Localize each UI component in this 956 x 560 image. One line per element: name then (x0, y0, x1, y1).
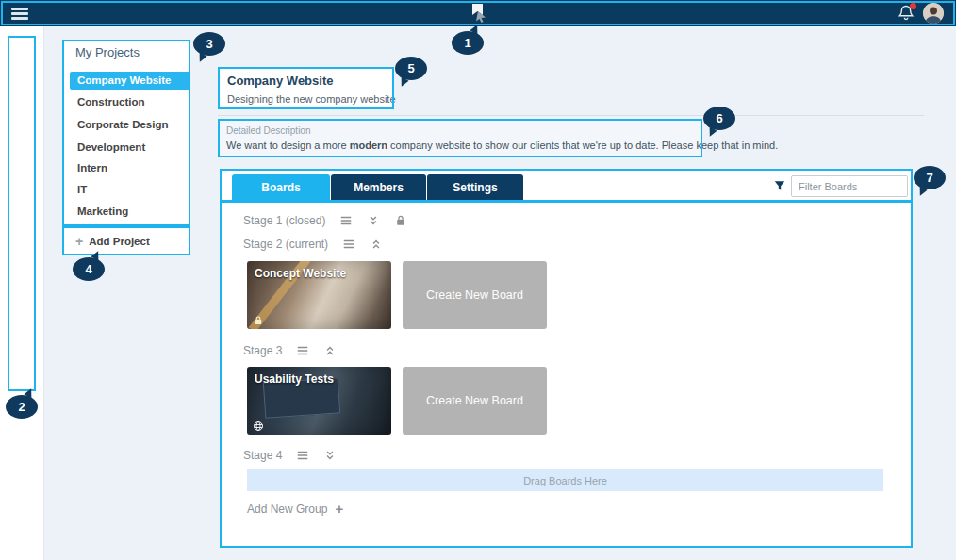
globe-icon (253, 419, 264, 430)
description-label: Detailed Description (226, 125, 311, 136)
sidebar-item-intern[interactable]: Intern (70, 159, 190, 177)
hamburger-menu-icon[interactable] (11, 8, 28, 20)
stage-menu-icon[interactable] (339, 214, 353, 227)
tab-underline (222, 200, 911, 203)
board-card-title: Concept Website (255, 267, 346, 280)
annotation-balloon-2: 2 (6, 395, 38, 419)
drag-boards-dropzone[interactable]: Drag Boards Here (247, 469, 883, 491)
board-card-concept-website[interactable]: Concept Website (247, 261, 391, 329)
annotation-balloon-3: 3 (193, 32, 225, 56)
expand-double-chevron-down-icon[interactable] (367, 214, 380, 227)
annotation-balloon-4: 4 (73, 257, 105, 281)
projects-panel-title: My Projects (75, 45, 140, 59)
expand-double-chevron-down-icon[interactable] (323, 449, 337, 462)
stage-row-4: Stage 4 (243, 449, 337, 462)
stage-2-label: Stage 2 (current) (243, 238, 328, 251)
page-subtitle: Designing the new company website (227, 93, 396, 105)
add-project-button[interactable]: + Add Project (75, 233, 150, 250)
annotation-balloon-5: 5 (395, 57, 427, 80)
stage-row-2: Stage 2 (current) (243, 238, 383, 251)
stage-menu-icon[interactable] (296, 449, 309, 462)
annotation-balloon-1: 1 (452, 31, 484, 55)
page-title: Company Website (227, 74, 333, 88)
sidebar-item-construction[interactable]: Construction (70, 93, 190, 111)
plus-icon: + (75, 234, 83, 249)
create-new-board-button[interactable]: Create New Board (403, 367, 547, 435)
collapse-double-chevron-up-icon[interactable] (323, 344, 337, 357)
tab-boards[interactable]: Boards (232, 174, 330, 200)
stage-row-1: Stage 1 (closed) (243, 214, 407, 227)
stage-3-label: Stage 3 (243, 344, 282, 357)
stage-4-label: Stage 4 (243, 449, 282, 462)
sidebar-item-marketing[interactable]: Marketing (70, 203, 190, 221)
stage-1-label: Stage 1 (closed) (243, 214, 325, 227)
tab-settings[interactable]: Settings (427, 174, 523, 200)
stage-menu-icon[interactable] (342, 238, 355, 251)
lock-icon (253, 313, 264, 324)
avatar[interactable] (923, 3, 944, 24)
annotation-balloon-7: 7 (914, 166, 946, 189)
stage-3-boards: Usability Tests Create New Board (247, 367, 547, 435)
stage-2-boards: Concept Website Create New Board (247, 261, 547, 329)
annotation-balloon-6: 6 (703, 107, 735, 130)
ribbon-logo-icon (470, 4, 488, 24)
sidebar-item-company-website[interactable]: Company Website (70, 72, 190, 90)
filter-boards-input[interactable] (791, 175, 908, 197)
app-screen: My Projects Company Website Construction… (0, 0, 956, 560)
top-bar (0, 0, 956, 26)
filter-icon[interactable] (773, 179, 786, 192)
create-new-board-button[interactable]: Create New Board (403, 261, 547, 329)
add-project-label: Add Project (89, 236, 150, 247)
lock-icon (394, 214, 407, 227)
tab-members[interactable]: Members (331, 174, 426, 200)
header-divider (218, 115, 924, 116)
icon-sidebar (0, 26, 44, 560)
sidebar-item-corporate-design[interactable]: Corporate Design (70, 116, 190, 134)
plus-icon: + (335, 501, 343, 517)
notification-badge (910, 3, 916, 9)
collapse-double-chevron-up-icon[interactable] (370, 238, 383, 251)
sidebar-item-it[interactable]: IT (70, 181, 190, 199)
bell-icon[interactable] (897, 4, 915, 23)
add-new-group-button[interactable]: Add New Group + (247, 501, 343, 517)
board-card-title: Usability Tests (255, 372, 334, 386)
description-text: We want to design a more modern company … (226, 140, 778, 151)
stage-row-3: Stage 3 (243, 344, 337, 357)
sidebar-item-development[interactable]: Development (70, 139, 190, 156)
add-new-group-label: Add New Group (247, 502, 327, 516)
stage-menu-icon[interactable] (296, 344, 309, 357)
board-card-usability-tests[interactable]: Usability Tests (247, 367, 391, 435)
